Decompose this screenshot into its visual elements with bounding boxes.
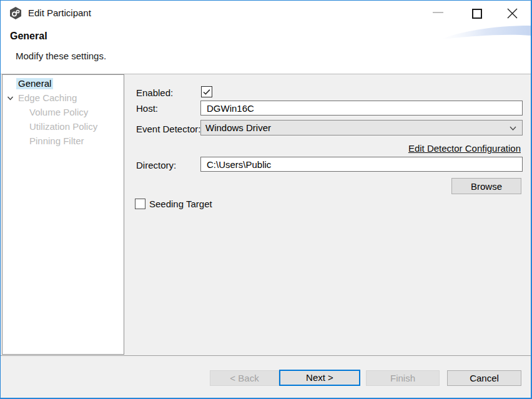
tree-item-utilization-policy[interactable]: Utilization Policy	[2, 120, 124, 134]
browse-button[interactable]: Browse	[451, 178, 521, 194]
directory-label: Directory:	[136, 160, 176, 170]
maximize-icon[interactable]	[472, 9, 482, 19]
finish-button[interactable]: Finish	[366, 370, 440, 386]
back-button[interactable]: < Back	[210, 370, 279, 386]
host-label: Host:	[136, 103, 158, 114]
next-button[interactable]: Next >	[279, 370, 360, 386]
tree-item-general[interactable]: General	[2, 77, 124, 91]
tree-item-label: Edge Caching	[16, 92, 79, 104]
tree-item-label: Utilization Policy	[27, 121, 99, 132]
directory-input[interactable]	[200, 157, 523, 172]
tree-item-label: Pinning Filter	[27, 135, 86, 147]
tree-item-edge-caching[interactable]: Edge Caching	[2, 91, 124, 106]
edit-participant-dialog: Edit Participant General Modify these se…	[0, 0, 532, 399]
main-area: General Edge Caching Volume Policy Utili…	[1, 74, 531, 398]
tree-item-pinning-filter[interactable]: Pinning Filter	[2, 134, 124, 149]
page-subtitle: Modify these settings.	[16, 51, 106, 61]
seeding-target-checkbox[interactable]	[135, 199, 145, 209]
title-bar: Edit Participant	[1, 1, 531, 26]
enabled-label: Enabled:	[136, 87, 173, 98]
event-detector-dropdown[interactable]: Windows Driver	[200, 120, 523, 135]
tree-item-volume-policy[interactable]: Volume Policy	[2, 106, 124, 120]
checkmark-icon	[202, 87, 212, 97]
tree-item-label: Volume Policy	[27, 107, 90, 118]
edit-detector-configuration-link[interactable]: Edit Detector Configuration	[408, 143, 521, 154]
page-title: General	[10, 31, 47, 42]
wizard-page-tree: General Edge Caching Volume Policy Utili…	[2, 74, 124, 355]
event-detector-value: Windows Driver	[205, 122, 271, 133]
window-title: Edit Participant	[28, 7, 91, 18]
minimize-icon[interactable]	[433, 12, 443, 13]
wizard-header: General Modify these settings.	[1, 26, 531, 74]
host-input[interactable]	[200, 101, 523, 116]
close-icon[interactable]	[507, 8, 518, 19]
app-hexagon-icon	[9, 6, 22, 20]
enabled-checkbox[interactable]	[201, 86, 212, 97]
chevron-down-icon[interactable]	[6, 94, 14, 102]
event-detector-label: Event Detector:	[136, 124, 200, 134]
seeding-target-label: Seeding Target	[149, 199, 212, 209]
tree-item-label: General	[16, 78, 53, 89]
header-swoosh-decoration	[440, 23, 531, 41]
chevron-down-icon	[509, 124, 517, 132]
footer-separator	[1, 355, 531, 356]
cancel-button[interactable]: Cancel	[447, 370, 521, 386]
